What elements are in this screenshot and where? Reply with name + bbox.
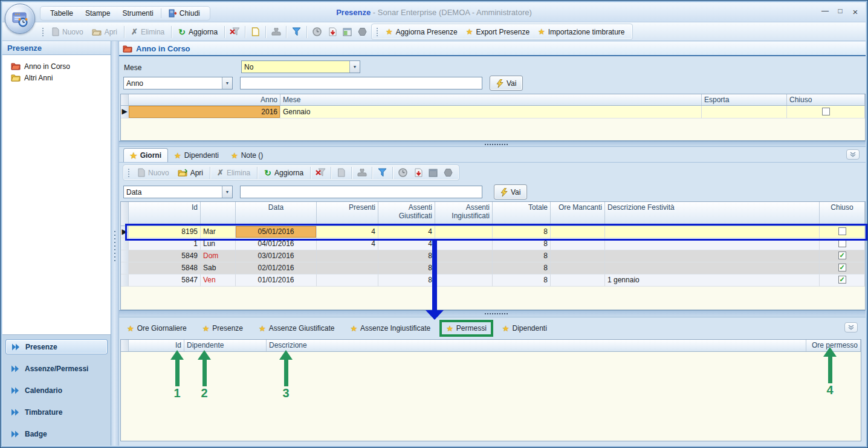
mese-combobox[interactable]: No ▼ (241, 60, 360, 73)
filter-button-detail[interactable] (375, 166, 390, 180)
apri-button[interactable]: Apri (88, 25, 121, 39)
chiuso-checkbox[interactable] (838, 227, 846, 235)
double-chevron-down-icon (848, 325, 854, 330)
tab-presenze[interactable]: ★ Presenze (198, 322, 247, 334)
chiuso-checkbox[interactable]: ✓ (838, 252, 846, 259)
days-field-combobox[interactable]: Data ▼ (123, 186, 233, 198)
col-header-presenti[interactable]: Presenti (317, 202, 378, 226)
apri-button-detail[interactable]: Apri (173, 166, 207, 180)
clear-filter-button[interactable] (227, 25, 242, 39)
dropdown-arrow-icon[interactable]: ▼ (222, 77, 232, 89)
nav-item-assenze-permessi[interactable]: Assenze/Permessi (5, 361, 108, 376)
toolbar-grip[interactable] (41, 27, 44, 37)
tree-item-altri-anni[interactable]: Altri Anni (2, 72, 111, 83)
col-header-id[interactable]: Id (129, 340, 184, 351)
col-header-esporta[interactable]: Esporta (702, 94, 787, 105)
chiuso-checkbox[interactable]: ✓ (838, 264, 846, 271)
window-view-button-detail[interactable] (426, 166, 441, 180)
chiuso-checkbox[interactable] (838, 239, 846, 247)
dropdown-arrow-icon[interactable]: ▼ (222, 186, 232, 198)
dropdown-arrow-icon[interactable]: ▼ (349, 61, 360, 73)
nav-item-timbrature[interactable]: Timbrature (5, 404, 108, 420)
vai-button-year[interactable]: Vai (490, 76, 523, 91)
col-header-id[interactable]: Id (129, 202, 201, 226)
col-header-totale[interactable]: Totale (493, 202, 551, 226)
col-header-ore-mancanti[interactable]: Ore Mancanti (551, 202, 605, 226)
sidebar-splitter[interactable] (111, 41, 119, 446)
tab-giorni[interactable]: ★ Giorni (123, 148, 168, 162)
maximize-button[interactable]: □ (836, 7, 844, 17)
col-header-dipendente[interactable]: Dipendente (184, 340, 267, 351)
vai-button-days[interactable]: Vai (494, 184, 527, 200)
cell-presenti (317, 250, 378, 262)
aggiorna-button[interactable]: ↻ Aggiorna (174, 25, 222, 39)
tree-item-anno-in-corso[interactable]: Anno in Corso (2, 60, 111, 72)
nuovo-button-detail[interactable]: Nuovo (133, 166, 173, 180)
col-header-mese[interactable]: Mese (280, 94, 702, 105)
app-logo-button[interactable] (5, 4, 35, 34)
day-row-selected[interactable]: ▶ 8195 Mar 05/01/2016 4 4 8 (121, 226, 865, 238)
days-search-input[interactable] (240, 186, 482, 198)
day-row-weekend[interactable]: 5849 Dom 03/01/2016 8 8 ✓ (121, 250, 865, 262)
nav-item-badge[interactable]: Badge (5, 426, 108, 441)
window-view-button[interactable] (340, 25, 355, 39)
elimina-button[interactable]: ✗ Elimina (127, 25, 169, 39)
elimina-button-detail[interactable]: ✗ Elimina (213, 166, 254, 180)
tab-permessi-highlighted[interactable]: ★ Permessi (442, 322, 491, 334)
shape-button-detail[interactable] (441, 166, 456, 180)
collapse-panel-button[interactable] (846, 149, 860, 160)
nav-item-presenze[interactable]: Presenze (5, 339, 108, 354)
col-header-assenti-ingiustificati[interactable]: Assenti Ingiustificati (435, 202, 493, 226)
document-button[interactable] (248, 25, 263, 39)
tab-dipendenti[interactable]: ★ Dipendenti (168, 149, 225, 162)
col-header-descrizione-festivita[interactable]: Descrizione Festività (605, 202, 820, 226)
day-row-holiday[interactable]: 5847 Ven 01/01/2016 8 8 1 gennaio ✓ (121, 274, 865, 287)
menu-tabelle[interactable]: Tabelle (44, 7, 79, 19)
horizontal-splitter-2[interactable] (119, 310, 866, 317)
col-header-descrizione[interactable]: Descrizione (267, 340, 806, 351)
export-presenze-button[interactable]: ★ Export Presenze (462, 25, 534, 39)
col-header-chiuso[interactable]: Chiuso (820, 202, 865, 226)
day-row-weekend[interactable]: 5848 Sab 02/01/2016 8 8 ✓ (121, 262, 865, 274)
clock-button[interactable] (309, 25, 325, 39)
document-button-detail[interactable] (334, 166, 349, 180)
export-document-button[interactable] (325, 25, 340, 39)
search-field-combobox[interactable]: Anno ▼ (123, 77, 233, 89)
export-document-button-detail[interactable] (410, 166, 426, 180)
tab-note[interactable]: ★ Note () (225, 149, 269, 162)
chiuso-checkbox[interactable] (822, 108, 830, 115)
toolbar-grip[interactable] (375, 27, 378, 37)
filter-button[interactable] (289, 25, 304, 39)
close-button[interactable]: × (851, 7, 860, 17)
aggiorna-presenze-button[interactable]: ★ Aggiorna Presenze (381, 25, 462, 39)
menu-stampe[interactable]: Stampe (79, 7, 116, 19)
month-row-gennaio-2016[interactable]: ▶ 2016 Gennaio (121, 106, 865, 118)
stamp-button[interactable] (268, 25, 283, 39)
tab-assenze-giustificate[interactable]: ★ Assenze Giustificate (254, 322, 338, 334)
minimize-button[interactable]: — (821, 7, 829, 17)
horizontal-splitter-1[interactable] (119, 141, 866, 147)
nuovo-button[interactable]: Nuovo (47, 25, 88, 39)
col-header-day[interactable] (201, 202, 236, 226)
tab-ore-giornaliere[interactable]: ★ Ore Giornaliere (123, 322, 191, 334)
year-search-input[interactable] (240, 77, 482, 89)
aggiorna-button-detail[interactable]: ↻ Aggiorna (260, 166, 308, 180)
cell-totale: 8 (493, 262, 551, 274)
col-header-data[interactable]: Data (236, 202, 317, 226)
col-header-ore-permesso[interactable]: Ore permesso (806, 340, 861, 351)
col-header-anno[interactable]: Anno (129, 94, 280, 105)
tab-assenze-ingiustificate[interactable]: ★ Assenze Ingiustificate (346, 322, 435, 334)
col-header-chiuso[interactable]: Chiuso (787, 94, 865, 105)
nav-item-calendario[interactable]: Calendario (5, 383, 108, 398)
col-header-assenti-giustificati[interactable]: Assenti Giustificati (378, 202, 435, 226)
chiuso-checkbox[interactable]: ✓ (838, 276, 846, 284)
collapse-panel-button[interactable] (844, 322, 858, 333)
shape-button[interactable] (355, 25, 370, 39)
day-row[interactable]: 1 Lun 04/01/2016 4 4 8 (121, 238, 865, 250)
clock-button-detail[interactable] (395, 166, 410, 180)
importazione-timbrature-button[interactable]: ★ Importazione timbrature (534, 25, 629, 39)
clear-filter-button-detail[interactable] (313, 166, 328, 180)
toolbar-grip[interactable] (127, 167, 130, 178)
stamp-button-detail[interactable] (354, 166, 369, 180)
tab-dipendenti-bottom[interactable]: ★ Dipendenti (498, 322, 551, 334)
